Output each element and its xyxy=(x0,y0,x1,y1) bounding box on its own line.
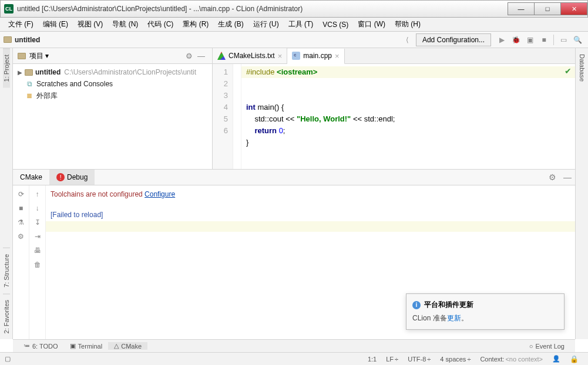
cmake-icon xyxy=(217,52,226,60)
down-icon[interactable]: ↓ xyxy=(36,204,39,212)
scratch-icon: ⧉ xyxy=(25,80,34,88)
tree-item-project[interactable]: ▶ untitled C:\Users\Administrator\CLionP… xyxy=(13,66,212,78)
popup-title: 平台和插件更新 xyxy=(424,300,473,310)
refresh-icon[interactable]: ⟳ xyxy=(18,190,24,198)
status-inspector-icon[interactable]: 👤 xyxy=(547,355,565,363)
gear-icon[interactable]: ⚙ xyxy=(18,232,24,241)
menu-vcs[interactable]: VCS (S) xyxy=(319,19,352,30)
tree-item-scratches[interactable]: ⧉ Scratches and Consoles xyxy=(13,78,212,90)
folder-icon xyxy=(25,69,33,76)
project-panel-icon xyxy=(18,53,26,59)
menu-view[interactable]: 视图 (V) xyxy=(74,18,106,31)
editor-tabs: CMakeLists.txt × main.cpp × xyxy=(213,48,575,64)
add-configuration-button[interactable]: Add Configuration... xyxy=(416,33,491,46)
tool-tab-favorites[interactable]: 2: Favorites xyxy=(3,293,10,339)
hide-panel-button[interactable]: — xyxy=(560,173,575,182)
main-menu: 文件 (F) 编辑 (E) 视图 (V) 导航 (N) 代码 (C) 重构 (R… xyxy=(0,18,588,32)
tool-tab-terminal[interactable]: ▣ Terminal xyxy=(64,342,109,350)
window-titlebar: CL untitled [C:\Users\Administrator\CLio… xyxy=(0,0,588,18)
nav-back-icon[interactable]: ⟨ xyxy=(402,36,412,44)
error-icon: ! xyxy=(56,173,65,181)
tree-item-external[interactable]: ≣ 外部库 xyxy=(13,90,212,102)
tool-tab-structure[interactable]: 7: Structure xyxy=(3,248,10,293)
stop-button[interactable]: ■ xyxy=(538,34,550,46)
cmake-toolbar-1: ⟳ ■ ⚗ ⚙ xyxy=(13,185,29,339)
breadcrumb-project[interactable]: untitled xyxy=(15,36,40,44)
tab-cmakelists[interactable]: CMakeLists.txt × xyxy=(213,48,287,63)
inspection-ok-icon[interactable]: ✔ xyxy=(565,66,572,76)
window-title: untitled [C:\Users\Administrator\CLionPr… xyxy=(17,5,508,13)
scroll-icon[interactable]: ⇥ xyxy=(35,232,41,241)
status-lock-icon[interactable]: 🔒 xyxy=(565,355,583,363)
tab-main-cpp[interactable]: main.cpp × xyxy=(287,49,344,64)
stop-icon[interactable]: ■ xyxy=(19,204,23,212)
menu-navigate[interactable]: 导航 (N) xyxy=(109,18,142,31)
update-link[interactable]: 更新 xyxy=(447,314,461,322)
debug-button[interactable]: 🐞 xyxy=(510,34,522,46)
menu-help[interactable]: 帮助 (H) xyxy=(391,18,424,31)
cpp-icon xyxy=(292,52,300,60)
close-tab-icon[interactable]: × xyxy=(278,52,283,60)
layout-button[interactable]: ▭ xyxy=(557,34,569,46)
status-bar: ▢ 1:1 LF ÷ UTF-8 ÷ 4 spaces ÷ Context: <… xyxy=(0,352,588,365)
app-icon: CL xyxy=(4,4,14,13)
menu-edit[interactable]: 编辑 (E) xyxy=(39,18,72,31)
menu-code[interactable]: 代码 (C) xyxy=(144,18,177,31)
update-notification[interactable]: i平台和插件更新 CLion 准备更新。 xyxy=(406,293,565,330)
cmake-toolbar-2: ↑ ↓ ↧ ⇥ 🖶 🗑 xyxy=(29,185,46,339)
bottom-tool-tabs: ≔ 6: TODO ▣ Terminal △ CMake ○ Event Log xyxy=(13,339,575,352)
status-hide-icon[interactable]: ▢ xyxy=(5,355,11,363)
up-icon[interactable]: ↑ xyxy=(36,190,39,198)
coverage-button[interactable]: ▣ xyxy=(524,34,536,46)
hide-panel-button[interactable]: — xyxy=(195,52,207,60)
search-everywhere-button[interactable]: 🔍 xyxy=(572,34,583,46)
close-tab-icon[interactable]: × xyxy=(335,52,340,60)
gear-icon[interactable]: ⚙ xyxy=(545,173,560,182)
configure-link[interactable]: Configure xyxy=(145,190,175,198)
tool-tab-project[interactable]: 1: Project xyxy=(3,48,10,87)
status-position[interactable]: 1:1 xyxy=(363,356,381,363)
tool-tab-eventlog[interactable]: ○ Event Log xyxy=(523,343,570,350)
wrap-icon[interactable]: ↧ xyxy=(35,218,41,227)
cmake-tab-debug[interactable]: !Debug xyxy=(49,170,95,185)
project-panel-title: 项目 ▾ xyxy=(29,51,183,61)
right-tool-gutter: Database xyxy=(575,48,588,339)
status-line-ending[interactable]: LF ÷ xyxy=(381,356,403,363)
menu-run[interactable]: 运行 (U) xyxy=(250,18,283,31)
tool-tab-todo[interactable]: ≔ 6: TODO xyxy=(18,342,64,350)
cmake-tab-cmake[interactable]: CMake xyxy=(13,170,49,185)
trash-icon[interactable]: 🗑 xyxy=(34,261,41,269)
menu-build[interactable]: 生成 (B) xyxy=(214,18,247,31)
project-folder-icon xyxy=(4,36,12,43)
gear-icon[interactable]: ⚙ xyxy=(183,52,195,60)
status-encoding[interactable]: UTF-8 ÷ xyxy=(403,356,435,363)
close-button[interactable]: ✕ xyxy=(560,2,587,15)
info-icon: i xyxy=(412,301,421,309)
menu-refactor[interactable]: 重构 (R) xyxy=(179,18,212,31)
menu-window[interactable]: 窗口 (W) xyxy=(354,18,389,31)
minimize-button[interactable]: — xyxy=(508,2,535,15)
libraries-icon: ≣ xyxy=(25,92,34,100)
menu-tools[interactable]: 工具 (T) xyxy=(285,18,317,31)
run-button[interactable]: ▶ xyxy=(496,34,508,46)
print-icon[interactable]: 🖶 xyxy=(34,246,41,255)
status-indent[interactable]: 4 spaces ÷ xyxy=(435,356,475,363)
filter-icon[interactable]: ⚗ xyxy=(18,218,24,227)
tool-tab-cmake[interactable]: △ CMake xyxy=(108,342,147,350)
navigation-bar: untitled ⟨ Add Configuration... ▶ 🐞 ▣ ■ … xyxy=(0,32,588,48)
left-tool-gutter: 1: Project 7: Structure 2: Favorites xyxy=(0,48,13,339)
tool-tab-database[interactable]: Database xyxy=(579,48,586,87)
maximize-button[interactable]: □ xyxy=(534,2,561,15)
menu-file[interactable]: 文件 (F) xyxy=(5,18,37,31)
status-context[interactable]: Context: <no context> xyxy=(475,356,547,363)
